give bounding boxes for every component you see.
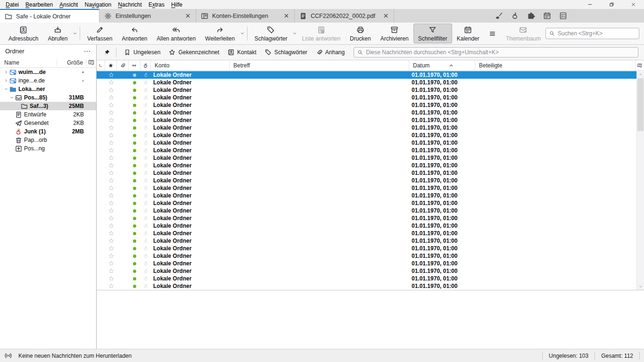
twisty-expanded-icon[interactable] — [3, 87, 9, 91]
star-icon[interactable] — [108, 283, 114, 289]
star-icon[interactable] — [108, 178, 114, 183]
junk-icon[interactable] — [143, 132, 149, 138]
close-button[interactable] — [622, 0, 644, 9]
message-row[interactable]: Lokale Ordner 01.01.1970, 01:00 — [97, 222, 636, 230]
message-filter-search[interactable] — [354, 47, 638, 58]
abrufen-button[interactable]: Abrufen — [43, 24, 72, 43]
twisty-collapsed-icon[interactable] — [3, 78, 9, 83]
folder-row-lokale-ordner[interactable]: Loka...ner — [0, 85, 96, 93]
vertical-scrollbar[interactable] — [636, 71, 644, 290]
junk-icon[interactable] — [143, 185, 149, 191]
menu-navigation[interactable]: Navigation — [81, 1, 115, 8]
unread-dot[interactable] — [133, 141, 136, 145]
unread-dot[interactable] — [133, 96, 136, 99]
junk-icon[interactable] — [143, 223, 149, 229]
star-icon[interactable] — [108, 200, 114, 206]
weiterleiten-button[interactable]: Weiterleiten — [200, 24, 239, 43]
kalender-button[interactable]: Kalender — [452, 24, 484, 43]
twisty-expanded-icon[interactable] — [8, 95, 15, 100]
folder-row-posteingang[interactable]: Pos...85) 31MB — [0, 93, 96, 102]
unread-dot[interactable] — [133, 217, 136, 220]
junk-icon[interactable] — [143, 80, 149, 85]
folder-row-entwuerfe[interactable]: Entwürfe 2KB — [0, 110, 96, 119]
star-icon[interactable] — [108, 223, 114, 229]
column-picker[interactable] — [86, 59, 96, 66]
star-icon[interactable] — [108, 253, 114, 259]
weiterleiten-dropdown[interactable] — [239, 26, 245, 41]
unread-dot[interactable] — [133, 285, 136, 288]
adressbuch-button[interactable]: Adressbuch — [4, 24, 43, 43]
star-icon[interactable] — [108, 230, 114, 236]
junk-icon[interactable] — [143, 261, 149, 266]
calendar-icon[interactable] — [543, 12, 551, 20]
junk-icon[interactable] — [143, 117, 149, 123]
drucken-button[interactable]: Drucken — [345, 24, 376, 43]
junk-icon[interactable] — [143, 125, 149, 131]
message-row[interactable]: Lokale Ordner 01.01.1970, 01:00 — [97, 101, 636, 109]
filter-gekennzeichnet-button[interactable]: Gekennzeichnet — [165, 47, 223, 58]
menu-hilfe[interactable]: Hilfe — [168, 1, 186, 8]
message-row[interactable]: Lokale Ordner 01.01.1970, 01:00 — [97, 199, 636, 207]
message-row[interactable]: Lokale Ordner 01.01.1970, 01:00 — [97, 162, 636, 169]
star-icon[interactable] — [108, 215, 114, 221]
message-row[interactable]: Lokale Ordner 01.01.1970, 01:00 — [97, 147, 636, 154]
menu-ansicht[interactable]: Ansicht — [56, 1, 81, 8]
unread-dot[interactable] — [133, 89, 136, 92]
junk-icon[interactable] — [143, 208, 149, 214]
archivieren-button[interactable]: Archivieren — [376, 24, 413, 43]
schlagwoerter-button[interactable]: Schlagwörter — [250, 24, 292, 43]
unread-dot[interactable] — [133, 81, 136, 84]
message-row[interactable]: Lokale Ordner 01.01.1970, 01:00 — [97, 79, 636, 86]
column-name[interactable]: Name — [0, 59, 57, 66]
tab-konten-einstellungen[interactable]: Konten-Einstellungen — [196, 9, 295, 23]
star-icon[interactable] — [108, 132, 114, 138]
restore-button[interactable] — [601, 0, 622, 9]
junk-icon[interactable] — [143, 193, 149, 198]
message-row[interactable]: Lokale Ordner 01.01.1970, 01:00 — [97, 267, 636, 275]
unread-dot[interactable] — [133, 209, 136, 213]
junk-icon[interactable] — [143, 155, 149, 161]
tab-close-icon[interactable] — [185, 13, 191, 19]
message-row[interactable]: Lokale Ordner 01.01.1970, 01:00 — [97, 169, 636, 177]
unread-dot[interactable] — [133, 104, 136, 107]
folder-row-papierkorb[interactable]: Pap...orb — [0, 136, 96, 144]
star-icon[interactable] — [108, 125, 114, 131]
star-icon[interactable] — [108, 208, 114, 214]
junk-icon[interactable] — [143, 87, 149, 93]
message-row[interactable]: Lokale Ordner 01.01.1970, 01:00 — [97, 282, 636, 290]
tab-close-icon[interactable] — [283, 13, 289, 19]
message-row[interactable]: Lokale Ordner 01.01.1970, 01:00 — [97, 139, 636, 147]
message-row[interactable]: Lokale Ordner 01.01.1970, 01:00 — [97, 94, 636, 101]
unread-dot[interactable] — [133, 134, 136, 137]
column-size[interactable]: Größe — [57, 59, 86, 66]
message-row[interactable]: Lokale Ordner 01.01.1970, 01:00 — [97, 116, 636, 124]
twisty-collapsed-icon[interactable] — [3, 70, 9, 74]
message-row[interactable]: Lokale Ordner 01.01.1970, 01:00 — [97, 260, 636, 267]
junk-icon[interactable] — [143, 215, 149, 221]
star-icon[interactable] — [108, 170, 114, 176]
message-row[interactable]: Lokale Ordner 01.01.1970, 01:00 — [97, 207, 636, 214]
scroll-down-button[interactable] — [637, 283, 644, 290]
filter-search-input[interactable] — [366, 49, 635, 56]
tab-pdf-document[interactable]: CCF22062022_0002.pdf — [295, 9, 394, 23]
unread-dot[interactable] — [133, 111, 136, 115]
star-icon[interactable] — [108, 95, 114, 100]
column-thread[interactable] — [97, 60, 105, 70]
unread-dot[interactable] — [133, 74, 136, 77]
verfassen-button[interactable]: Verfassen — [83, 24, 117, 43]
folder-row-gesendet[interactable]: Gesendet 2KB — [0, 119, 96, 127]
message-row[interactable]: Lokale Ordner 01.01.1970, 01:00 — [97, 71, 636, 79]
message-row[interactable]: Lokale Ordner 01.01.1970, 01:00 — [97, 109, 636, 116]
column-starred[interactable] — [105, 60, 117, 70]
unread-dot[interactable] — [133, 119, 136, 122]
unread-dot[interactable] — [133, 172, 136, 175]
junk-icon[interactable] — [143, 140, 149, 146]
message-row[interactable]: Lokale Ordner 01.01.1970, 01:00 — [97, 154, 636, 162]
folder-row-safe[interactable]: Saf...3) 25MB — [0, 102, 96, 110]
junk-icon[interactable] — [143, 170, 149, 176]
tab-close-icon[interactable] — [383, 13, 389, 19]
star-icon[interactable] — [108, 276, 114, 281]
search-input[interactable] — [558, 30, 636, 37]
unread-dot[interactable] — [133, 224, 136, 228]
star-icon[interactable] — [108, 72, 114, 78]
